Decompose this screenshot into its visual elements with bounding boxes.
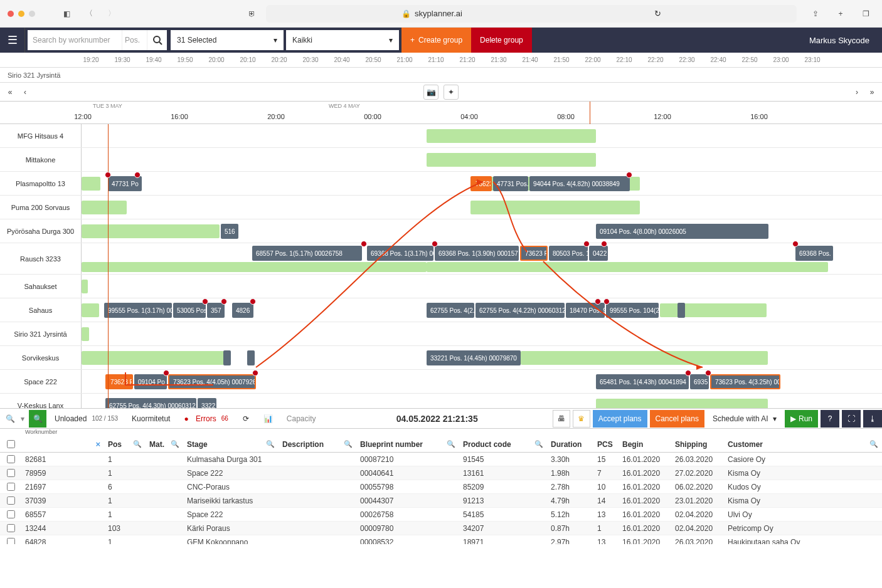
sidebar-toggle-icon[interactable]: ◧ xyxy=(58,5,75,23)
task-bar[interactable]: 53005 Pos xyxy=(173,303,206,318)
col-stage[interactable]: Stage xyxy=(187,440,208,449)
step-back-icon[interactable]: ‹ xyxy=(18,85,33,100)
new-tab-icon[interactable]: + xyxy=(832,5,849,23)
row-checkbox[interactable] xyxy=(7,524,15,532)
task-bar[interactable]: 68557 Pos. 1(5.17h) 00026758 xyxy=(252,246,362,261)
task-bar[interactable]: 65481 Pos. 1(4.43h) 00041894 xyxy=(596,374,689,389)
task-bar[interactable]: 18470 Pos. 9 xyxy=(566,303,605,318)
table-row[interactable]: 82681 1 Kulmasaha Durga 301 00087210 915… xyxy=(0,453,882,466)
search-worknumber-input[interactable]: Search by worknumber xyxy=(28,30,122,50)
search-icon[interactable]: 🔍 xyxy=(344,440,353,448)
user-label[interactable]: Markus Skycode xyxy=(809,36,869,45)
confirm-search-button[interactable]: 🔍 xyxy=(29,410,46,428)
cancel-plans-button[interactable]: Cancel plans xyxy=(650,410,704,428)
col-cust[interactable]: Customer xyxy=(728,440,763,449)
search-icon[interactable]: 🔍 xyxy=(133,440,142,448)
table-row[interactable]: 64828 1 GFM Kokoonpano 00008532 18971 2.… xyxy=(0,535,882,544)
col-prod[interactable]: Product code xyxy=(463,440,511,449)
print-icon[interactable]: 🖶 xyxy=(553,410,570,428)
task-bar[interactable]: 357 xyxy=(207,303,225,318)
col-bp[interactable]: Blueprint number xyxy=(360,440,423,449)
task-bar[interactable]: 94044 Pos. 4(4.82h) 00038849 xyxy=(529,176,630,191)
search-icon[interactable]: 🔍 xyxy=(171,440,179,448)
delete-group-button[interactable]: Delete group xyxy=(471,28,532,53)
capacity-icon[interactable]: 📊 xyxy=(258,410,279,428)
col-pcs[interactable]: PCS xyxy=(597,440,613,449)
col-ship[interactable]: Shipping xyxy=(675,440,707,449)
table-row[interactable]: 37039 1 Mariseikki tarkastus 00044307 91… xyxy=(0,494,882,508)
task-bar[interactable]: 4826 xyxy=(232,303,253,318)
row-checkbox[interactable] xyxy=(7,538,15,544)
reload-icon[interactable]: ↻ xyxy=(654,9,661,18)
task-bar[interactable]: 33221 Pos. 1(4.45h) 00079870 xyxy=(427,350,521,365)
task-bar[interactable]: 62755 Pos. 4(2. xyxy=(427,303,474,318)
search-pos-input[interactable]: Pos. xyxy=(122,30,147,50)
task-bar[interactable]: 09104 Po xyxy=(134,374,167,389)
filter-icon[interactable]: ▾ xyxy=(15,410,26,428)
table-row[interactable]: 21697 6 CNC-Poraus 00055798 85209 2.78h … xyxy=(0,480,882,494)
task-bar[interactable]: 62755 Pos. 4(4.22h) 00060312 xyxy=(476,303,565,318)
task-bar[interactable]: 69368 Pos. xyxy=(795,246,833,261)
traffic-red[interactable] xyxy=(8,11,14,17)
task-bar[interactable]: 0422 xyxy=(589,246,608,261)
traffic-yellow[interactable] xyxy=(18,11,24,17)
col-begin[interactable]: Begin xyxy=(622,440,643,449)
tab-errors[interactable]: ● Errors66 xyxy=(178,410,233,428)
back-icon[interactable]: 〈 xyxy=(80,5,98,23)
col-pos[interactable]: Pos xyxy=(108,440,122,449)
forward-icon[interactable]: 〉 xyxy=(103,5,120,23)
task-bar[interactable]: 99555 Pos. 1(3.17h) 00 xyxy=(104,303,172,318)
search-button[interactable] xyxy=(147,30,167,50)
task-bar[interactable]: 47731 Pos. xyxy=(493,176,528,191)
table-row[interactable]: 13244 103 Kärki Poraus 00009780 34207 0.… xyxy=(0,522,882,535)
task-bar[interactable] xyxy=(223,350,231,365)
task-bar[interactable]: 80503 Pos. 1 xyxy=(549,246,588,261)
tab-unloaded[interactable]: Unloaded102 / 153 xyxy=(49,410,124,428)
task-bar-linked[interactable]: 73623 Pos. 4(3.25h) 00 xyxy=(710,374,780,389)
search-icon[interactable]: 🔍 xyxy=(0,410,13,428)
fullscreen-button[interactable]: ⛶ xyxy=(842,410,861,428)
crown-icon[interactable]: ♛ xyxy=(573,410,590,428)
task-bar-selected[interactable]: 73623 P xyxy=(105,374,133,389)
share-icon[interactable]: ⇪ xyxy=(807,5,824,23)
row-checkbox[interactable] xyxy=(7,510,15,518)
task-bar[interactable]: 99555 Pos. 104(2 xyxy=(606,303,659,318)
task-bar[interactable]: 3322 xyxy=(198,398,216,409)
search-icon[interactable]: 🔍 xyxy=(869,440,878,448)
task-bar[interactable]: 47731 Po xyxy=(108,176,142,191)
hamburger-icon[interactable]: ☰ xyxy=(0,28,25,53)
search-icon[interactable]: 🔍 xyxy=(447,440,455,448)
select-all-checkbox[interactable] xyxy=(7,440,15,448)
download-button[interactable]: ⭳ xyxy=(863,410,882,428)
fast-back-icon[interactable]: « xyxy=(3,85,18,100)
shield-icon[interactable]: ⛨ xyxy=(243,5,261,23)
row-checkbox[interactable] xyxy=(7,496,15,505)
run-button[interactable]: ▶Run xyxy=(785,410,818,428)
task-bar-selected[interactable]: 73623 xyxy=(470,176,492,191)
task-bar[interactable]: 69368 Pos. 1(3.17h) 00 xyxy=(367,246,433,261)
create-group-button[interactable]: +Create group xyxy=(401,28,471,53)
tabs-icon[interactable]: ❐ xyxy=(857,5,874,23)
row-checkbox[interactable] xyxy=(7,469,15,477)
task-bar[interactable]: 69368 Pos. 1(3.90h) 000157 xyxy=(435,246,519,261)
col-desc[interactable]: Description xyxy=(282,440,324,449)
col-mat[interactable]: Mat. xyxy=(149,440,164,449)
task-bar[interactable]: 09104 Pos. 4(8.00h) 00026005 xyxy=(596,224,768,239)
settings-icon[interactable]: ✦ xyxy=(444,85,459,100)
camera-icon[interactable]: 📷 xyxy=(423,85,438,100)
selected-count-dropdown[interactable]: 31 Selected▾ xyxy=(171,30,284,50)
task-bar[interactable] xyxy=(677,303,685,318)
task-bar-linked[interactable]: 73623 Pos. 4(4.05h) 0007926 xyxy=(168,374,256,389)
task-bar[interactable]: 516 xyxy=(221,224,238,239)
row-checkbox[interactable] xyxy=(7,483,15,491)
row-checkbox[interactable] xyxy=(7,455,15,463)
search-icon[interactable]: 🔍 xyxy=(534,440,543,448)
fast-forward-icon[interactable]: » xyxy=(864,85,879,100)
col-dur[interactable]: Duration xyxy=(551,440,582,449)
traffic-green[interactable] xyxy=(29,11,35,17)
tab-kuormitetut[interactable]: Kuormitetut xyxy=(126,410,176,428)
table-row[interactable]: 78959 1 Space 222 00040641 13161 1.98h 7… xyxy=(0,466,882,480)
accept-plans-button[interactable]: Accept plans xyxy=(593,410,647,428)
task-bar-linked[interactable]: 73623 Po xyxy=(520,246,548,261)
task-bar[interactable]: 6935 xyxy=(690,374,709,389)
